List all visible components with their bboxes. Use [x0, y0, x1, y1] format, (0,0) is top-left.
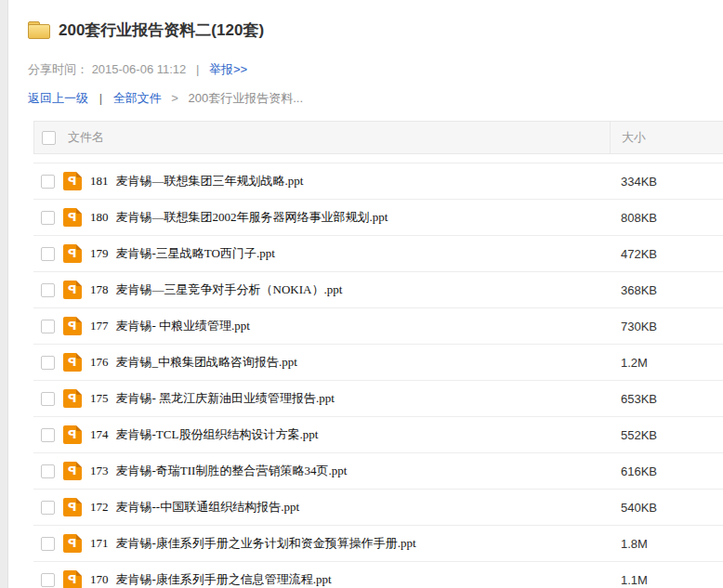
file-size: 730KB [621, 320, 657, 333]
ppt-icon-letter: P [68, 464, 77, 477]
ppt-file-icon: P [63, 534, 82, 553]
row-checkbox[interactable] [41, 573, 55, 587]
file-name-link[interactable]: 170麦肯锡-康佳系列手册之信息管理流程.ppt [90, 571, 332, 588]
file-row[interactable]: P 171麦肯锡-康佳系列手册之业务计划和资金预算操作手册.ppt 1.8M [33, 526, 723, 562]
column-header-size: 大小 [622, 129, 646, 146]
ppt-icon-letter: P [68, 211, 77, 224]
ppt-file-icon: P [63, 462, 82, 480]
file-row[interactable]: P 174麦肯锡-TCL股份组织结构设计方案.ppt 552KB [33, 417, 723, 453]
file-index: 179 [90, 246, 109, 260]
row-checkbox[interactable] [41, 356, 55, 370]
file-title: 麦肯锡-奇瑞TII制胜的整合营销策略34页.ppt [116, 464, 348, 477]
row-checkbox[interactable] [41, 175, 55, 189]
ppt-icon-letter: P [68, 428, 77, 441]
row-checkbox[interactable] [41, 247, 55, 261]
file-name-link[interactable]: 177麦肯锡- 中粮业绩管理.ppt [90, 318, 250, 334]
file-name-link[interactable]: 171麦肯锡-康佳系列手册之业务计划和资金预算操作手册.ppt [90, 535, 416, 552]
folder-header: 200套行业报告资料二(120套) [28, 19, 264, 42]
row-checkbox[interactable] [41, 464, 55, 478]
file-index: 170 [90, 572, 109, 586]
file-title: 麦肯锡_中粮集团战略咨询报告.ppt [116, 355, 297, 369]
file-title: 麦肯锡-康佳系列手册之信息管理流程.ppt [116, 572, 332, 586]
ppt-file-icon: P [63, 425, 82, 444]
file-name-link[interactable]: 174麦肯锡-TCL股份组织结构设计方案.ppt [90, 426, 318, 443]
file-size: 1.2M [621, 356, 648, 370]
file-size: 334KB [621, 175, 657, 189]
ppt-icon-letter: P [68, 573, 77, 586]
file-size: 540KB [621, 501, 657, 515]
file-title: 麦肯锡--中国联通组织结构报告.ppt [116, 500, 300, 514]
file-index: 181 [90, 174, 109, 188]
file-row[interactable]: P 180麦肯锡—联想集团2002年服务器网络事业部规划.ppt 808KB [33, 200, 723, 236]
file-row[interactable]: P 172麦肯锡--中国联通组织结构报告.ppt 540KB [33, 490, 723, 526]
file-index: 175 [90, 391, 109, 405]
report-link[interactable]: 举报>> [209, 62, 247, 76]
file-title: 麦肯锡—联想集团三年规划战略.ppt [116, 174, 304, 188]
all-files-link[interactable]: 全部文件 [113, 91, 162, 105]
file-name-link[interactable]: 181麦肯锡—联想集团三年规划战略.ppt [90, 173, 303, 189]
row-checkbox[interactable] [41, 320, 55, 333]
ppt-file-icon: P [63, 281, 82, 299]
file-title: 麦肯锡—联想集团2002年服务器网络事业部规划.ppt [116, 210, 388, 224]
page-left-gutter [0, 0, 8, 588]
ppt-icon-letter: P [68, 283, 77, 296]
file-name-link[interactable]: 178麦肯锡—三星竞争对手分析（NOKIA）.ppt [90, 281, 342, 298]
file-row[interactable]: P 170麦肯锡-康佳系列手册之信息管理流程.ppt 1.1M [33, 562, 723, 588]
file-row[interactable]: P 176麦肯锡_中粮集团战略咨询报告.ppt 1.2M [33, 345, 723, 381]
file-size: 653KB [621, 392, 657, 406]
back-to-parent-link[interactable]: 返回上一级 [28, 91, 88, 105]
folder-icon [28, 21, 50, 39]
file-title: 麦肯锡-TCL股份组织结构设计方案.ppt [116, 427, 319, 441]
ppt-file-icon: P [63, 317, 82, 335]
row-checkbox[interactable] [41, 283, 55, 297]
file-index: 174 [90, 427, 109, 441]
ppt-file-icon: P [63, 389, 82, 408]
ppt-icon-letter: P [68, 175, 77, 188]
select-all-checkbox[interactable] [42, 131, 56, 145]
ppt-icon-letter: P [68, 320, 77, 333]
file-index: 178 [90, 282, 109, 296]
file-row[interactable]: P 175麦肯锡- 黑龙江庆新油田业绩管理报告.ppt 653KB [33, 381, 723, 417]
ppt-icon-letter: P [68, 356, 77, 369]
file-row[interactable]: P 177麦肯锡- 中粮业绩管理.ppt 730KB [33, 308, 723, 345]
file-size: 552KB [621, 428, 657, 442]
file-size: 1.8M [621, 537, 648, 551]
ppt-file-icon: P [63, 353, 82, 372]
ppt-file-icon: P [63, 172, 82, 190]
row-checkbox[interactable] [41, 537, 55, 551]
ppt-file-icon: P [63, 244, 82, 263]
file-title: 麦肯锡-三星战略TO西门子.ppt [116, 246, 275, 260]
file-index: 180 [90, 210, 109, 224]
row-checkbox[interactable] [41, 211, 55, 225]
file-name-link[interactable]: 172麦肯锡--中国联通组织结构报告.ppt [90, 499, 299, 516]
file-list: P 181麦肯锡—联想集团三年规划战略.ppt 334KB P 180麦肯锡—联… [33, 163, 723, 588]
file-size: 368KB [621, 283, 657, 297]
file-name-link[interactable]: 179麦肯锡-三星战略TO西门子.ppt [90, 245, 275, 262]
file-index: 173 [90, 464, 109, 477]
breadcrumb-separator: | [99, 91, 102, 105]
file-name-link[interactable]: 173麦肯锡-奇瑞TII制胜的整合营销策略34页.ppt [90, 463, 347, 479]
row-checkbox[interactable] [41, 428, 55, 442]
file-name-link[interactable]: 180麦肯锡—联想集团2002年服务器网络事业部规划.ppt [90, 209, 388, 226]
ppt-file-icon: P [63, 498, 82, 516]
ppt-icon-letter: P [68, 392, 77, 405]
ppt-file-icon: P [63, 570, 82, 588]
file-row[interactable]: P 179麦肯锡-三星战略TO西门子.ppt 472KB [33, 236, 723, 272]
breadcrumb: 返回上一级 | 全部文件 > 200套行业报告资料... [28, 90, 303, 107]
breadcrumb-current-folder: 200套行业报告资料... [188, 91, 303, 105]
file-title: 麦肯锡- 黑龙江庆新油田业绩管理报告.ppt [116, 391, 335, 405]
file-row[interactable]: P 181麦肯锡—联想集团三年规划战略.ppt 334KB [33, 163, 723, 200]
file-row[interactable]: P 173麦肯锡-奇瑞TII制胜的整合营销策略34页.ppt 616KB [33, 453, 723, 490]
file-title: 麦肯锡-康佳系列手册之业务计划和资金预算操作手册.ppt [116, 536, 416, 550]
file-index: 171 [90, 536, 109, 550]
row-checkbox[interactable] [41, 501, 55, 515]
ppt-icon-letter: P [68, 537, 77, 550]
file-name-link[interactable]: 175麦肯锡- 黑龙江庆新油田业绩管理报告.ppt [90, 390, 335, 407]
row-checkbox[interactable] [41, 392, 55, 406]
file-row[interactable]: P 178麦肯锡—三星竞争对手分析（NOKIA）.ppt 368KB [33, 272, 723, 308]
file-index: 172 [90, 500, 109, 514]
file-name-link[interactable]: 176麦肯锡_中粮集团战略咨询报告.ppt [90, 354, 297, 371]
file-title: 麦肯锡—三星竞争对手分析（NOKIA）.ppt [116, 282, 343, 296]
file-size: 808KB [621, 211, 657, 225]
file-title: 麦肯锡- 中粮业绩管理.ppt [116, 319, 250, 333]
